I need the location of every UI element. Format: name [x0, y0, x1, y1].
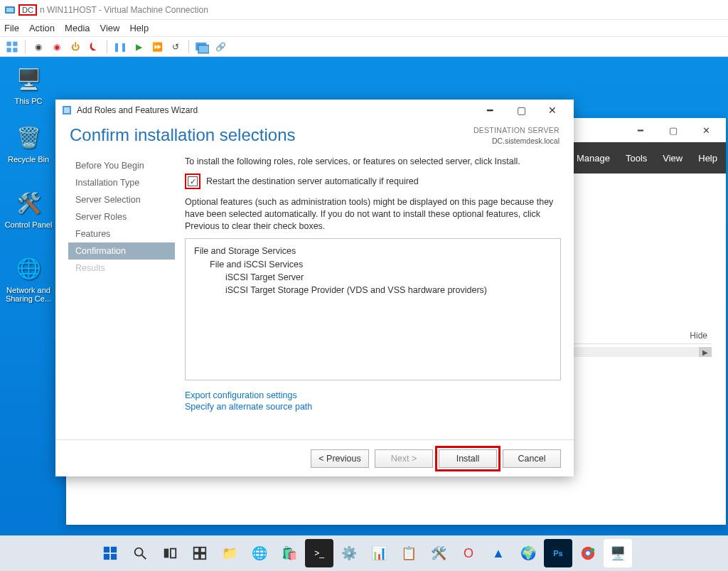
toolbar-turnoff-icon[interactable]: ◉	[49, 39, 65, 55]
globe-icon[interactable]: 🌍	[514, 539, 542, 567]
explorer-icon[interactable]: 📁	[215, 539, 244, 567]
network-icon: 🌐	[14, 253, 43, 283]
toolbar-checkpoint-icon[interactable]: ⏩	[149, 39, 165, 55]
menu-action[interactable]: Action	[29, 23, 55, 33]
cancel-button[interactable]: Cancel	[503, 449, 561, 468]
sm-menu-tools[interactable]: Tools	[626, 153, 647, 164]
terminal-icon[interactable]: >_	[305, 539, 333, 567]
wizard-nav: Before You Begin Installation Type Serve…	[68, 156, 175, 439]
store-icon[interactable]: 🛍️	[275, 539, 304, 567]
services-icon[interactable]: 🛠️	[424, 539, 453, 567]
nav-installation-type[interactable]: Installation Type	[68, 174, 175, 191]
this-pc-label: This PC	[3, 97, 54, 105]
eventvwr-icon[interactable]: 📋	[395, 539, 423, 567]
feature-file-iscsi: File and iSCSI Services	[210, 260, 552, 270]
previous-button[interactable]: < Previous	[311, 449, 369, 468]
svg-rect-19	[200, 548, 205, 553]
menu-media[interactable]: Media	[65, 23, 90, 33]
desktop-recycle-bin[interactable]: 🗑️ Recycle Bin	[3, 122, 54, 164]
nav-before-you-begin[interactable]: Before You Begin	[68, 157, 175, 174]
dest-server: DC.sistemdesk.local	[473, 136, 560, 146]
wizard-minimize-button[interactable]: ━	[474, 100, 505, 120]
nav-confirmation[interactable]: Confirmation	[68, 242, 175, 260]
recycle-bin-label: Recycle Bin	[3, 155, 54, 164]
desktop-this-pc[interactable]: 🖥️ This PC	[3, 64, 54, 105]
svg-point-24	[586, 551, 590, 555]
feature-iscsi-target-server: iSCSI Target Server	[225, 272, 552, 282]
vm-taskbar: 📁 🌐 🛍️ >_ ⚙️ 📊 📋 🛠️ O ▲ 🌍 Ps 🖥️	[0, 535, 728, 571]
svg-rect-11	[111, 547, 117, 553]
edge-icon[interactable]: 🌐	[245, 539, 274, 567]
search-icon[interactable]	[126, 539, 154, 567]
link-export-config[interactable]: Export configuration settings	[185, 390, 561, 400]
svg-rect-17	[171, 549, 176, 558]
sm-menu-help[interactable]: Help	[698, 153, 717, 164]
wizard-intro-text: To install the following roles, role ser…	[185, 156, 561, 168]
svg-rect-12	[104, 554, 109, 560]
task-view-icon[interactable]	[156, 539, 184, 567]
nav-features[interactable]: Features	[68, 225, 175, 242]
wizard-maximize-button[interactable]: ▢	[505, 100, 537, 120]
toolbar-reset-icon[interactable]: ▶	[131, 39, 146, 55]
control-panel-icon: 🛠️	[14, 188, 43, 218]
wizard-main: To install the following roles, role ser…	[185, 156, 561, 439]
restart-checkbox[interactable]: ✓	[188, 176, 198, 186]
toolbar-ctrl-alt-del-icon[interactable]	[4, 39, 20, 55]
desktop-control-panel[interactable]: 🛠️ Control Panel	[3, 188, 54, 229]
add-roles-wizard: Add Roles and Features Wizard ━ ▢ ✕ Conf…	[55, 100, 574, 476]
nav-server-roles[interactable]: Server Roles	[68, 208, 175, 225]
recycle-bin-icon: 🗑️	[14, 122, 43, 152]
toolbar-pause-icon[interactable]: ❚❚	[112, 39, 128, 55]
dest-label: DESTINATION SERVER	[473, 125, 560, 136]
svg-point-14	[135, 548, 143, 556]
wizard-optional-text: Optional features (such as administratio…	[185, 196, 561, 233]
svg-rect-18	[194, 548, 199, 553]
svg-rect-9	[64, 107, 70, 113]
svg-rect-10	[104, 547, 109, 553]
sm-menu-manage[interactable]: Manage	[577, 153, 610, 164]
desktop-network-sharing[interactable]: 🌐 Network and Sharing Ce...	[3, 253, 54, 303]
svg-line-15	[142, 555, 146, 560]
wizard-heading: Confirm installation selections	[70, 125, 473, 145]
svg-rect-21	[200, 554, 205, 559]
menu-view[interactable]: View	[100, 23, 120, 33]
link-alt-source[interactable]: Specify an alternate source path	[185, 402, 561, 412]
toolbar-start-icon[interactable]: ◉	[31, 39, 46, 55]
svg-rect-13	[111, 554, 117, 560]
host-application: DC n WIN11HOST - Virtual Machine Connect…	[0, 0, 728, 571]
photoshop-icon[interactable]: Ps	[544, 539, 572, 567]
menu-file[interactable]: File	[4, 23, 19, 33]
toolbar-share-icon[interactable]: 🔗	[213, 39, 228, 55]
sm-close-button[interactable]: ✕	[690, 119, 722, 141]
wizard-header: Confirm installation selections DESTINAT…	[55, 121, 574, 156]
toolbar-revert-icon[interactable]: ↺	[168, 39, 183, 55]
wizard-close-button[interactable]: ✕	[537, 100, 568, 120]
perfmon-icon[interactable]: 📊	[365, 539, 393, 567]
install-button[interactable]: Install	[439, 449, 497, 468]
nav-server-selection[interactable]: Server Selection	[68, 191, 175, 208]
start-button[interactable]	[96, 539, 124, 567]
toolbar-enhanced-icon[interactable]	[194, 39, 210, 55]
sm-maximize-button[interactable]: ▢	[658, 119, 689, 141]
opera-icon[interactable]: O	[454, 539, 483, 567]
azure-icon[interactable]: ▲	[484, 539, 513, 567]
toolbar-save-icon[interactable]: ⏾	[86, 39, 102, 55]
chrome-icon[interactable]	[574, 539, 602, 567]
sm-menu-view[interactable]: View	[663, 153, 682, 164]
svg-point-25	[591, 548, 595, 553]
menu-help[interactable]: Help	[129, 23, 149, 33]
toolbar-shutdown-icon[interactable]: ⏻	[68, 39, 83, 55]
svg-rect-1	[6, 8, 14, 12]
vm-name-highlight: DC	[18, 4, 37, 16]
svg-rect-2	[7, 41, 11, 46]
sm-minimize-button[interactable]: ━	[625, 119, 656, 141]
sm-scroll-right-icon[interactable]: ▶	[699, 347, 712, 357]
wizard-footer: < Previous Next > Install Cancel	[55, 439, 574, 476]
vm-connect-icon[interactable]: 🖥️	[604, 539, 632, 567]
widgets-icon[interactable]	[186, 539, 214, 567]
wizard-links: Export configuration settings Specify an…	[185, 390, 561, 412]
settings-icon[interactable]: ⚙️	[335, 539, 363, 567]
restart-checkbox-highlight: ✓	[185, 174, 200, 189]
host-toolbar: ◉ ◉ ⏻ ⏾ ❚❚ ▶ ⏩ ↺ 🔗	[0, 37, 728, 57]
wizard-app-icon	[61, 105, 73, 116]
